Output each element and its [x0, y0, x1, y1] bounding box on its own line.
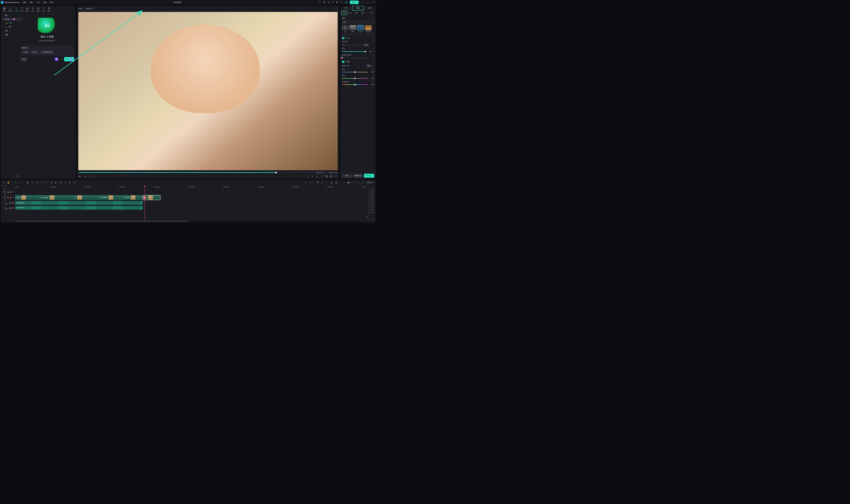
tab-video[interactable]: 影片 [340, 5, 352, 11]
reset-button[interactable]: 重置 [341, 174, 352, 178]
redo-icon[interactable]: ↷ [19, 181, 21, 184]
tab-audio[interactable]: ♪音頻 [15, 7, 18, 12]
stopwatch-icon[interactable]: ⏲ [64, 181, 66, 184]
playhead[interactable] [144, 186, 145, 220]
snapshot-icon[interactable] [335, 7, 338, 10]
window-minimize-icon[interactable]: — [361, 1, 364, 3]
keyframe-icon[interactable] [372, 81, 374, 83]
generate-button[interactable]: 產生AI [64, 57, 74, 61]
apps-icon[interactable]: ▦ [336, 1, 338, 3]
pointer-icon[interactable]: ⌖ [3, 181, 5, 184]
sidebar-item-tools[interactable]: ✨工具 [4, 21, 18, 25]
sidebar-collapse-icon[interactable]: ‹ [16, 175, 19, 178]
compare-view-icon[interactable]: ◫ [370, 12, 372, 14]
save-custom-button[interactable]: 儲存為自訂 [364, 174, 374, 178]
keyframe-icon[interactable] [372, 61, 374, 63]
more-tools-icon[interactable]: ≫ [73, 181, 76, 184]
headphones-icon[interactable]: 🎧 [332, 1, 334, 3]
track-head-v1[interactable]: ▭1影片 1🔒🔇👁 [1, 195, 15, 200]
preset-vibrant[interactable]: 色彩增強 [365, 25, 372, 33]
tab-filter[interactable]: ◎濾鏡 [37, 7, 39, 12]
lut-toggle[interactable] [342, 37, 345, 39]
tab-media[interactable]: ▣媒體 [3, 7, 6, 12]
video-preview[interactable] [78, 12, 338, 170]
sidebar-item-mine[interactable]: ›我的 [2, 14, 18, 18]
window-close-icon[interactable]: ✕ [372, 1, 376, 3]
sidebar-item-music[interactable]: ›音樂 [2, 33, 18, 37]
color-icon[interactable]: ◐ [55, 181, 57, 184]
ai-face-icon[interactable]: ☺ [304, 181, 307, 184]
preset-select[interactable]: 默認⌄ [341, 20, 374, 24]
tag-techno[interactable]: ♫科技舞曲與冥想 [39, 51, 54, 54]
lock-icon[interactable]: 🔒 [7, 191, 9, 193]
timeline-scrollbar[interactable] [15, 220, 361, 222]
mute-icon[interactable]: 🔇 [10, 197, 12, 198]
lut-add-button[interactable]: 添加 [363, 43, 369, 47]
save-icon[interactable]: 🖫 [323, 1, 326, 3]
sidebar-item-download[interactable]: ⭳下載 [4, 25, 18, 29]
split-icon[interactable]: ✂ [31, 181, 34, 184]
keyframe-icon[interactable] [372, 68, 374, 70]
layout-icon[interactable]: ▥ [335, 181, 338, 184]
mute-icon[interactable]: 🔇 [12, 202, 14, 204]
intensity-slider[interactable] [342, 51, 365, 52]
info-icon[interactable]: ⓘ [351, 54, 352, 56]
crop-icon[interactable]: ◫ [36, 181, 38, 184]
menu-tools[interactable]: 工具 [36, 1, 39, 3]
text-icon[interactable]: T⁺ [45, 181, 48, 184]
keyframe-icon[interactable] [372, 37, 374, 39]
prev-frame-icon[interactable]: ⏮ [78, 175, 81, 177]
temp-slider[interactable] [342, 72, 368, 72]
menu-help[interactable]: 幫助 [50, 1, 53, 3]
indicator-select[interactable]: 指示器 [366, 181, 374, 184]
video-clip[interactable]: ▶探索ASMR... [99, 195, 124, 200]
window-maximize-icon[interactable]: ▢ [367, 1, 370, 3]
cut-badge-icon[interactable]: ✂ [143, 196, 146, 199]
track-head-a1[interactable]: ♪1音頻 1🔒🔇 [1, 200, 15, 205]
freeze-icon[interactable]: ❄ [59, 181, 61, 184]
progress-bar[interactable] [78, 172, 314, 173]
lut-preset-select[interactable]: 無 [342, 43, 362, 47]
menu-file[interactable]: 檔案 [23, 1, 26, 3]
step-back-icon[interactable]: ◁| [84, 175, 86, 177]
preset-cinema[interactable]: 大片 [357, 25, 364, 33]
sidebar-item-ai-music[interactable]: ⌄AI 音樂ⓘAI [2, 18, 21, 21]
tab-color[interactable]: 顏色 [352, 5, 364, 11]
compare-icon[interactable]: ▭ [321, 175, 323, 177]
more-icon[interactable]: ⋮ [372, 12, 375, 14]
tab-speed[interactable]: 速度 [364, 5, 376, 11]
preset-none[interactable]: ⊘無 [341, 25, 348, 33]
trash-icon[interactable]: 🗑 [373, 41, 374, 42]
ai-credits-icon[interactable]: AI [55, 57, 58, 61]
cloud-icon[interactable]: ☁ [328, 1, 330, 3]
track-v1[interactable]: ▶ASM...▶白主播感謝5...▶▶探索ASMR...▶ASMR...▶AS.… [15, 195, 365, 200]
settings-button[interactable]: 設定 [20, 57, 28, 61]
video-clip[interactable]: ▶ [75, 195, 99, 200]
fullscreen-icon[interactable]: ⛶ [335, 175, 337, 177]
zoom-slider[interactable] [346, 182, 360, 183]
video-clip[interactable]: ▶ASM... [15, 195, 39, 200]
mixer-icon[interactable]: ≡ [321, 181, 323, 184]
preset-bw[interactable]: 黑白 [350, 25, 356, 33]
marker-icon[interactable]: ▮ [331, 181, 333, 184]
menu-edit[interactable]: 編輯 [30, 1, 33, 3]
stop-icon[interactable]: □ [93, 175, 95, 177]
beat-icon[interactable]: ♪⁺ [40, 181, 43, 184]
refresh-icon[interactable]: ⟳ [59, 57, 63, 61]
zoom-in-icon[interactable]: + [361, 181, 364, 184]
menu-view[interactable]: 視圖 [43, 1, 47, 3]
audio-clip[interactable]: ♪ Train Window [15, 206, 143, 210]
audio-clip[interactable]: ♪ Teardrop Sky [15, 201, 143, 205]
track-a1[interactable]: ♪ Teardrop Sky [15, 200, 365, 205]
auto-beat-icon[interactable]: ⎍ [326, 181, 328, 184]
video-clip[interactable]: ▶白主播感謝5... [39, 195, 75, 200]
track-head-v2[interactable]: ▭2影片 2🔒🔇👁 [1, 189, 15, 195]
detect-icon[interactable]: ⊕ [69, 181, 71, 184]
track-a2[interactable]: ♪ Train Window [15, 205, 365, 210]
zoom-out-icon[interactable]: − [342, 181, 345, 184]
color-toggle[interactable] [342, 61, 345, 63]
awb-auto-button[interactable]: 自動 [366, 64, 372, 68]
timeline-ruler[interactable]: :00:0000:00:05:0000:00:10:0000:00:15:000… [15, 186, 365, 189]
mark-in-icon[interactable]: { [306, 175, 309, 177]
volume-icon[interactable]: 🔊 [330, 175, 333, 177]
